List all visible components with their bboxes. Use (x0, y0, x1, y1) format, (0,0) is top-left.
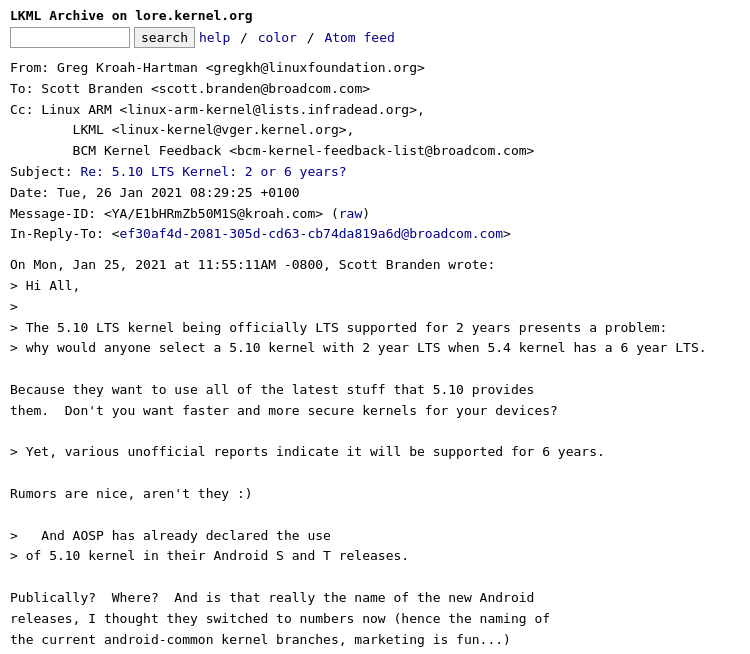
email-headers: From: Greg Kroah-Hartman <gregkh@linuxfo… (10, 58, 740, 245)
date-header: Date: Tue, 26 Jan 2021 08:29:25 +0100 (10, 183, 740, 204)
page-title: LKML Archive on lore.kernel.org (10, 8, 740, 23)
search-button[interactable]: search (134, 27, 195, 48)
cc-header: Cc: Linux ARM <linux-arm-kernel@lists.in… (10, 100, 740, 162)
email-body: On Mon, Jan 25, 2021 at 11:55:11AM -0800… (10, 255, 740, 654)
to-header: To: Scott Branden <scott.branden@broadco… (10, 79, 740, 100)
message-id-header: Message-ID: <YA/E1bHRmZb50M1S@kroah.com>… (10, 204, 740, 225)
help-link[interactable]: help (199, 30, 230, 45)
in-reply-to-header: In-Reply-To: <ef30af4d-2081-305d-cd63-cb… (10, 224, 740, 245)
subject-link[interactable]: Re: 5.10 LTS Kernel: 2 or 6 years? (80, 164, 346, 179)
raw-link[interactable]: raw (339, 206, 362, 221)
subject-header: Subject: Re: 5.10 LTS Kernel: 2 or 6 yea… (10, 162, 740, 183)
in-reply-to-link[interactable]: ef30af4d-2081-305d-cd63-cb74da819a6d@bro… (120, 226, 504, 241)
color-link[interactable]: color (258, 30, 297, 45)
search-bar: search help / color / Atom feed (10, 27, 740, 48)
atom-feed-link[interactable]: Atom feed (324, 30, 394, 45)
search-input[interactable] (10, 27, 130, 48)
from-header: From: Greg Kroah-Hartman <gregkh@linuxfo… (10, 58, 740, 79)
nav-links: help / color / Atom feed (199, 30, 395, 45)
